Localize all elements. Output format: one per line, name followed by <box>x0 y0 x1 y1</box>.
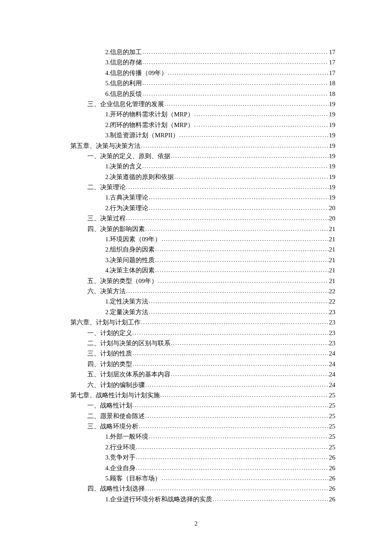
toc-entry: 四、计划的类型24 <box>61 359 335 369</box>
toc-entry-label: 1.企业进行环境分析和战略选择的实质 <box>105 494 212 504</box>
toc-leader-dots <box>161 234 329 244</box>
toc-leader-dots <box>145 224 329 234</box>
toc-entry: 四、决策的影响因素21 <box>61 224 335 234</box>
toc-entry-page: 24 <box>329 369 335 379</box>
toc-entry: 一、计划的定义23 <box>61 328 335 338</box>
toc-entry-label: 6.信息的反馈 <box>105 89 142 99</box>
toc-entry-label: 1.开环的物料需求计划（MRP） <box>105 109 194 119</box>
toc-entry-label: 六、计划的编制步骤 <box>87 380 145 390</box>
toc-entry-page: 19 <box>329 161 335 171</box>
toc-entry-page: 26 <box>329 452 335 462</box>
toc-entry-page: 24 <box>329 380 335 390</box>
toc-entry: 2.定量决策方法23 <box>61 307 335 317</box>
toc-entry: 3.竞争对手26 <box>61 452 335 462</box>
toc-entry-label: 第六章、计划与计划工作 <box>70 317 141 327</box>
toc-entry-page: 18 <box>329 78 335 88</box>
toc-entry: 2.决策遵循的原则和依据19 <box>61 172 335 182</box>
toc-leader-dots <box>179 130 329 140</box>
toc-entry-page: 19 <box>329 172 335 182</box>
toc-leader-dots <box>136 463 329 473</box>
toc-leader-dots <box>149 296 329 306</box>
toc-entry-page: 25 <box>329 431 335 442</box>
toc-entry: 6.信息的反馈18 <box>61 89 335 99</box>
toc-entry-label: 1.决策的含义 <box>105 161 142 171</box>
toc-entry-label: 四、计划的类型 <box>87 359 132 369</box>
toc-leader-dots <box>161 473 329 483</box>
toc-entry: 2.信息的加工17 <box>61 47 335 57</box>
page-number: 2 <box>0 520 392 527</box>
toc-entry: 一、决策的定义、原则、依据19 <box>61 151 335 161</box>
toc-entry: 三、决策过程20 <box>61 213 335 223</box>
toc-entry: 三、计划的性质24 <box>61 348 335 358</box>
toc-entry: 3.信息的存储17 <box>61 57 335 67</box>
toc-entry-page: 19 <box>329 130 335 140</box>
toc-entry-label: 5.顾客（目标市场） <box>105 473 161 483</box>
toc-entry-page: 23 <box>329 328 335 338</box>
toc-leader-dots <box>174 172 329 182</box>
toc-entry-page: 17 <box>329 68 335 78</box>
toc-entry-page: 21 <box>329 276 335 286</box>
toc-entry: 四、战略性计划选择26 <box>61 483 335 494</box>
toc-entry-page: 20 <box>329 203 335 213</box>
toc-entry: 3.决策问题的性质21 <box>61 255 335 265</box>
toc-entry-label: 三、企业信息化管理的发展 <box>87 99 164 109</box>
toc-entry-page: 19 <box>329 192 335 202</box>
toc-entry: 五、决策的类型（09年）21 <box>61 276 335 286</box>
toc-entry-page: 19 <box>329 141 335 151</box>
toc-entry-page: 22 <box>329 296 335 306</box>
toc-leader-dots <box>149 192 329 202</box>
toc-leader-dots <box>141 317 329 327</box>
toc-leader-dots <box>145 411 329 421</box>
toc-entry: 三、企业信息化管理的发展19 <box>61 99 335 109</box>
toc-entry: 4.决策主体的因素21 <box>61 265 335 275</box>
toc-entry-label: 一、计划的定义 <box>87 328 132 338</box>
toc-leader-dots <box>194 109 329 119</box>
toc-leader-dots <box>149 307 329 317</box>
toc-entry-page: 24 <box>329 359 335 369</box>
toc-entry-page: 21 <box>329 234 335 244</box>
toc-entry: 5.信息的利用18 <box>61 78 335 88</box>
toc-entry-label: 5.信息的利用 <box>105 78 142 88</box>
toc-entry-page: 19 <box>329 120 335 130</box>
toc-entry-label: 3.制造资源计划（MRPII） <box>105 130 179 140</box>
toc-entry-page: 24 <box>329 348 335 358</box>
toc-entry: 5.顾客（目标市场）26 <box>61 473 335 483</box>
table-of-contents: 2.信息的加工173.信息的存储174.信息的传播（09年）175.信息的利用1… <box>61 47 335 504</box>
toc-entry: 1.古典决策理论19 <box>61 192 335 202</box>
toc-entry: 1.企业进行环境分析和战略选择的实质26 <box>61 494 335 504</box>
toc-entry-label: 4.决策主体的因素 <box>105 265 155 275</box>
toc-entry-label: 一、决策的定义、原则、依据 <box>87 151 170 161</box>
toc-entry-page: 26 <box>329 463 335 473</box>
toc-entry-page: 19 <box>329 151 335 161</box>
toc-entry-label: 3.竞争对手 <box>105 452 135 462</box>
toc-entry-label: 五、决策的类型（09年） <box>87 276 158 286</box>
toc-leader-dots <box>133 359 329 369</box>
toc-entry-label: 二、愿景和使命陈述 <box>87 411 145 421</box>
toc-entry-page: 21 <box>329 224 335 234</box>
toc-entry-label: 四、决策的影响因素 <box>87 224 145 234</box>
toc-entry-page: 18 <box>329 89 335 99</box>
toc-entry-page: 25 <box>329 411 335 421</box>
toc-entry-label: 2.行业环境 <box>105 442 135 452</box>
toc-entry-page: 26 <box>329 473 335 483</box>
toc-leader-dots <box>149 431 329 442</box>
toc-leader-dots <box>133 348 329 358</box>
toc-leader-dots <box>133 328 329 338</box>
toc-entry-label: 1.定性决策方法 <box>105 296 148 306</box>
toc-entry-label: 2.信息的加工 <box>105 47 142 57</box>
toc-entry-label: 二、决策理论 <box>87 182 126 192</box>
toc-leader-dots <box>142 57 329 67</box>
toc-entry: 1.外部一般环境25 <box>61 431 335 442</box>
toc-entry: 第六章、计划与计划工作23 <box>61 317 335 327</box>
toc-leader-dots <box>141 141 329 151</box>
toc-entry-label: 4.信息的传播（09年） <box>105 68 167 78</box>
toc-entry: 第五章、决策与决策方法19 <box>61 141 335 151</box>
toc-entry: 1.开环的物料需求计划（MRP）19 <box>61 109 335 119</box>
toc-entry-page: 20 <box>329 213 335 223</box>
toc-leader-dots <box>171 369 329 379</box>
toc-entry-page: 19 <box>329 99 335 109</box>
toc-entry-page: 21 <box>329 244 335 254</box>
toc-entry: 2.组织自身的因素21 <box>61 244 335 254</box>
toc-entry: 4.企业自身26 <box>61 463 335 473</box>
toc-entry: 1.决策的含义19 <box>61 161 335 171</box>
